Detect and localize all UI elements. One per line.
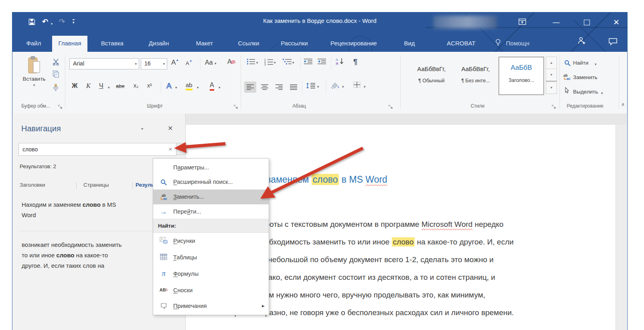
search-clear-icon[interactable]: ✕ (168, 143, 172, 155)
redo-icon[interactable]: ↷ (59, 18, 65, 25)
strikethrough-button[interactable]: abe (116, 83, 125, 89)
grow-font-button[interactable]: А▲ (171, 58, 179, 67)
multilevel-list-icon[interactable] (283, 58, 292, 67)
vertical-scrollbar[interactable] (616, 125, 627, 330)
style-card-heading1-selected[interactable]: АаБбВ Заголово... (498, 57, 544, 95)
tab-references[interactable]: Ссылки (235, 35, 262, 52)
ribbon-display-options-icon[interactable] (518, 18, 526, 26)
clear-formatting-button[interactable]: А (227, 58, 235, 65)
font-name-combobox[interactable]: Arial ▾ (69, 58, 139, 69)
shrink-font-button[interactable]: А▼ (186, 59, 192, 66)
tab-view[interactable]: Вид (401, 35, 418, 52)
pane-options-dropdown-icon[interactable]: ▾ (141, 126, 143, 131)
align-left-button[interactable] (244, 81, 256, 93)
comments-bubble-icon[interactable] (608, 38, 618, 47)
show-marks-pilcrow-icon[interactable]: ¶ (353, 57, 358, 66)
font-color-dropdown-icon[interactable]: ▾ (219, 86, 221, 90)
multilevel-dropdown-icon[interactable]: ▾ (292, 61, 294, 65)
undo-dropdown-icon[interactable]: ▾ (51, 22, 53, 26)
underline-button[interactable]: Ч (99, 82, 103, 90)
clipboard-dialog-launcher-icon[interactable] (58, 104, 63, 111)
styles-gallery-down-icon[interactable]: ▼ (546, 69, 557, 81)
borders-dropdown-icon[interactable]: ▾ (364, 85, 366, 89)
share-person-icon[interactable] (577, 37, 586, 47)
numbering-dropdown-icon[interactable]: ▾ (274, 61, 276, 65)
find-dropdown-icon[interactable]: ▾ (595, 62, 597, 66)
tab-design[interactable]: Дизайн (145, 35, 173, 52)
styles-gallery-up-icon[interactable]: ▲ (546, 57, 557, 69)
text-effects-dropdown-icon[interactable]: ▾ (175, 86, 177, 90)
select-button[interactable]: Выделить (573, 89, 598, 95)
justify-button[interactable] (288, 81, 300, 93)
highlight-button[interactable]: ab (186, 81, 192, 90)
undo-icon[interactable]: ↶ (42, 18, 48, 25)
tab-insert[interactable]: Вставка (97, 35, 128, 52)
tab-review[interactable]: Рецензирование (329, 35, 378, 52)
underline-dropdown-icon[interactable]: ▾ (108, 86, 110, 90)
font-dialog-launcher-icon[interactable] (234, 104, 238, 111)
tab-layout[interactable]: Макет (192, 35, 217, 52)
tab-mailings[interactable]: Рассылки (279, 35, 310, 52)
change-case-button[interactable]: Aa ▾ (205, 59, 217, 66)
align-center-button[interactable] (259, 81, 271, 93)
menu-item-footnotes[interactable]: АВ1 Сноски (153, 282, 269, 299)
menu-item-equations[interactable]: π Формулы (153, 266, 269, 282)
align-right-button[interactable] (273, 81, 285, 93)
search-result-item[interactable]: возникает необходимость заменить то или … (22, 240, 122, 271)
nav-tab-pages[interactable]: Страницы (83, 182, 109, 188)
line-spacing-icon[interactable] (306, 82, 316, 91)
paste-button[interactable]: Вставить ▾ (19, 54, 49, 101)
minimize-button[interactable]: — (548, 16, 564, 29)
collapse-ribbon-icon[interactable]: ∧ (621, 102, 625, 107)
menu-item-graphics[interactable]: Рисунки (153, 233, 269, 249)
nav-tab-headings[interactable]: Заголовки (20, 182, 45, 188)
tab-file[interactable]: Файл (22, 35, 45, 52)
search-input[interactable]: слово ✕ (18, 143, 176, 156)
save-icon[interactable] (28, 18, 35, 27)
style-card-no-spacing[interactable]: АаБбВвГг, ¶ Без инте... (454, 57, 497, 94)
find-button[interactable]: Найти (573, 60, 589, 66)
font-color-button[interactable]: А (210, 81, 214, 91)
borders-icon[interactable] (353, 81, 361, 90)
text-effects-button[interactable]: А (166, 81, 172, 90)
select-dropdown-icon[interactable]: ▾ (601, 91, 603, 95)
font-size-combobox[interactable]: 16 ▾ (141, 58, 167, 69)
replace-icon[interactable]: ab ↳ac (563, 74, 571, 80)
decrease-indent-icon[interactable] (304, 58, 313, 66)
styles-gallery-more-icon[interactable]: ▼ (546, 81, 557, 94)
shading-dropdown-icon[interactable]: ▾ (342, 85, 344, 89)
paragraph-dialog-launcher-icon[interactable] (389, 104, 393, 111)
menu-item-tables[interactable]: Таблицы (153, 249, 269, 266)
numbering-icon[interactable]: 123 (264, 58, 273, 67)
style-card-normal[interactable]: АаБбВвГг, ¶ Обычный (410, 57, 453, 94)
maximize-button[interactable] (579, 16, 595, 29)
menu-item-advanced-find[interactable]: Расширенный поиск... (153, 175, 269, 189)
close-button[interactable]: ✕ (608, 16, 624, 29)
superscript-button[interactable]: x² (147, 82, 152, 89)
tab-home[interactable]: Главная (52, 35, 87, 52)
replace-button[interactable]: Заменить (573, 74, 597, 80)
subscript-button[interactable]: x₂ (134, 82, 138, 89)
cut-icon[interactable] (53, 58, 59, 67)
pane-close-icon[interactable]: ✕ (168, 124, 173, 132)
menu-item-comments[interactable]: Примечания ▶ (153, 299, 269, 314)
tab-tell-me[interactable]: Помощн (502, 35, 533, 52)
tab-acrobat[interactable]: ACROBAT (444, 35, 478, 52)
sort-icon[interactable]: АЯ (336, 57, 344, 67)
format-painter-icon[interactable] (53, 84, 59, 93)
styles-dialog-launcher-icon[interactable] (552, 104, 556, 111)
find-search-icon[interactable] (564, 60, 571, 68)
bullets-dropdown-icon[interactable]: ▾ (256, 61, 258, 65)
line-spacing-dropdown-icon[interactable]: ▾ (317, 85, 319, 89)
bold-button[interactable]: Ж (72, 82, 77, 90)
highlight-dropdown-icon[interactable]: ▾ (197, 86, 199, 90)
shading-bucket-icon[interactable] (331, 81, 340, 91)
menu-item-replace[interactable]: ab ↳ac Заменить... (153, 189, 269, 204)
select-pointer-icon[interactable] (564, 87, 570, 96)
copy-icon[interactable] (53, 70, 59, 79)
bullets-icon[interactable] (247, 58, 256, 67)
increase-indent-icon[interactable] (317, 58, 326, 66)
italic-button[interactable]: К (86, 82, 91, 90)
search-options-dropdown-button[interactable]: ▾ (176, 143, 186, 155)
menu-item-goto[interactable]: → Перейти... (153, 204, 269, 219)
